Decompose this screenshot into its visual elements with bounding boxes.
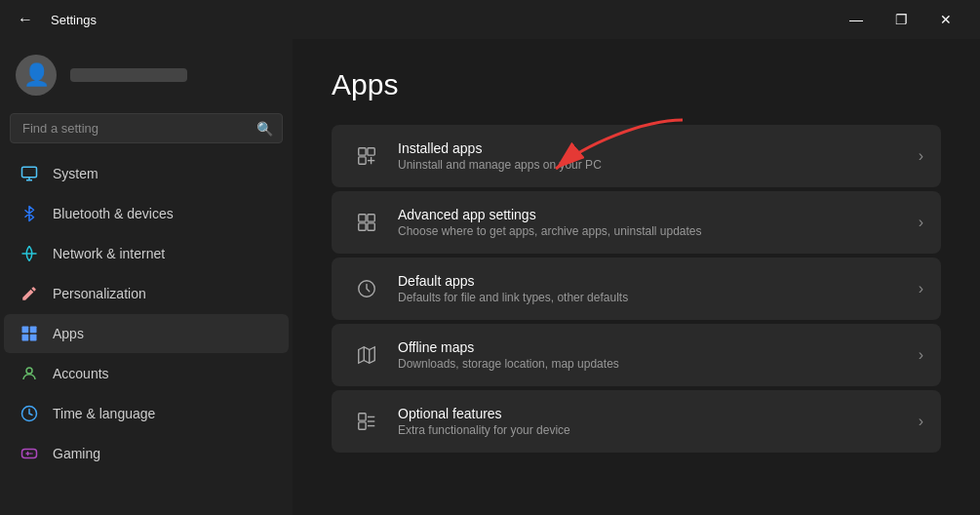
sidebar-nav: System Bluetooth & devices Network & int… [0,153,293,474]
svg-point-5 [26,368,32,374]
svg-rect-15 [359,223,366,230]
time-icon [20,404,39,423]
settings-item-advanced-app-settings[interactable]: Advanced app settings Choose where to ge… [332,191,941,254]
svg-rect-0 [22,167,37,178]
settings-item-title: Offline maps [398,339,919,355]
chevron-right-icon: › [919,147,923,165]
settings-item-title: Installed apps [398,140,919,156]
apps-icon [20,324,39,343]
search-input[interactable] [10,113,283,143]
sidebar-item-label: Personalization [53,286,146,301]
offline-maps-icon [349,337,384,373]
sidebar-item-label: Gaming [53,446,100,461]
sidebar-item-label: Bluetooth & devices [53,206,174,221]
sidebar-item-gaming[interactable]: Gaming [4,434,289,473]
sidebar-item-label: Accounts [53,366,109,381]
svg-rect-8 [359,148,366,155]
advanced-app-settings-icon [349,205,384,240]
search-icon: 🔍 [256,121,273,137]
chevron-right-icon: › [919,413,923,430]
installed-apps-icon [349,139,384,174]
svg-rect-13 [359,215,366,221]
sidebar-item-label: Apps [53,326,84,341]
svg-rect-3 [22,335,29,341]
settings-item-desc: Defaults for file and link types, other … [398,291,919,304]
back-button[interactable]: ← [12,6,39,33]
title-bar-title: Settings [51,13,97,27]
settings-item-title: Advanced app settings [398,207,919,222]
content-area: Apps Installed apps Uninstall and manage… [293,39,980,515]
svg-rect-1 [22,327,29,334]
accounts-icon [20,364,39,383]
settings-item-title: Default apps [398,273,919,289]
sidebar-item-accounts[interactable]: Accounts [4,354,289,393]
svg-rect-4 [30,335,37,341]
sidebar-item-label: Time & language [53,406,155,421]
settings-item-desc: Choose where to get apps, archive apps, … [398,224,919,238]
svg-rect-16 [368,223,374,230]
sidebar-item-bluetooth[interactable]: Bluetooth & devices [4,194,289,233]
sidebar-item-time[interactable]: Time & language [4,394,289,433]
settings-item-desc: Downloads, storage location, map updates [398,357,919,371]
chevron-right-icon: › [919,346,923,364]
sidebar-item-personalization[interactable]: Personalization [4,274,289,313]
title-bar-left: ← Settings [12,6,97,33]
close-button[interactable]: ✕ [923,4,968,35]
sidebar-item-system[interactable]: System [4,154,289,193]
chevron-right-icon: › [919,280,923,297]
page-title: Apps [332,68,941,101]
settings-item-offline-maps[interactable]: Offline maps Downloads, storage location… [332,324,941,386]
settings-item-desc: Extra functionality for your device [398,423,919,437]
sidebar-profile: 👤 [0,39,293,109]
minimize-button[interactable]: — [834,4,879,35]
svg-rect-10 [359,157,366,164]
sidebar-item-label: Network & internet [53,246,165,261]
personalization-icon [20,284,39,303]
title-bar-controls: — ❐ ✕ [834,4,968,35]
main-layout: 👤 🔍 System Bluetooth & devices Network &… [0,39,980,515]
settings-item-installed-apps[interactable]: Installed apps Uninstall and manage apps… [332,125,941,187]
avatar: 👤 [16,55,57,96]
gaming-icon [20,444,39,463]
settings-item-title: Optional features [398,406,919,421]
optional-features-icon [349,404,384,439]
maximize-button[interactable]: ❐ [879,4,923,35]
profile-name-blurred [70,68,187,82]
svg-rect-2 [30,327,37,334]
svg-rect-9 [368,148,374,155]
bluetooth-icon [20,204,39,223]
default-apps-icon [349,271,384,306]
network-icon [20,244,39,263]
search-box: 🔍 [10,113,283,143]
svg-rect-21 [359,414,366,420]
svg-marker-18 [359,347,375,364]
settings-list: Installed apps Uninstall and manage apps… [332,125,941,453]
settings-item-desc: Uninstall and manage apps on your PC [398,158,919,172]
settings-item-optional-features[interactable]: Optional features Extra functionality fo… [332,390,941,453]
sidebar-item-network[interactable]: Network & internet [4,234,289,273]
system-icon [20,164,39,183]
chevron-right-icon: › [919,214,923,231]
sidebar-item-label: System [53,166,98,181]
sidebar-item-apps[interactable]: Apps [4,314,289,353]
sidebar: 👤 🔍 System Bluetooth & devices Network &… [0,39,293,515]
settings-item-default-apps[interactable]: Default apps Defaults for file and link … [332,258,941,320]
title-bar: ← Settings — ❐ ✕ [0,0,980,39]
svg-rect-14 [368,215,374,221]
svg-rect-22 [359,422,366,429]
